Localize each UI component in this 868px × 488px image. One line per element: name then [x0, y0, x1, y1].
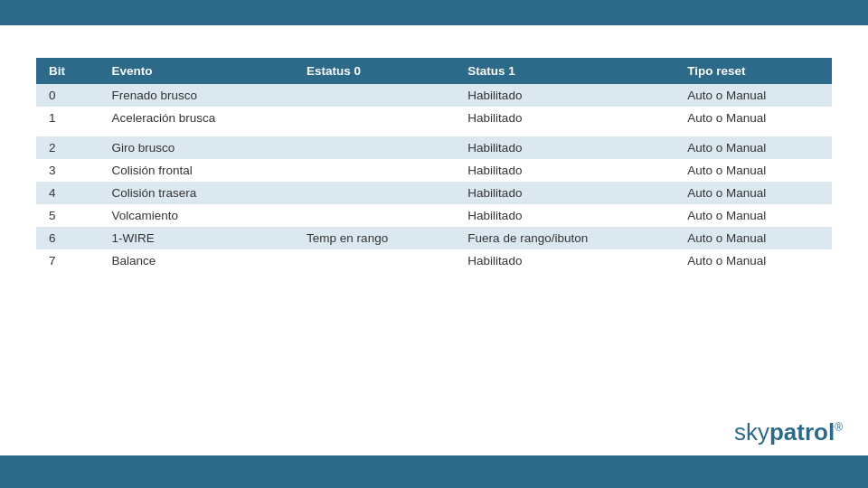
table-cell: Auto o Manual — [675, 204, 832, 227]
table-cell: Colisión frontal — [99, 159, 294, 182]
table-cell: 0 — [36, 84, 99, 107]
table-cell: 2 — [36, 136, 99, 159]
table-cell: Habilitado — [455, 182, 675, 204]
table-cell: Habilitado — [455, 159, 675, 182]
table-cell: Auto o Manual — [675, 84, 832, 107]
table-row: 7BalanceHabilitadoAuto o Manual — [36, 249, 832, 272]
table-cell: Auto o Manual — [675, 136, 832, 159]
table-cell: Balance — [99, 249, 294, 272]
skypatrol-logo: skypatrol® — [734, 418, 843, 446]
table-cell: 1-WIRE — [99, 227, 294, 249]
col-estatus0: Estatus 0 — [294, 58, 455, 84]
table-row: 0Frenado bruscoHabilitadoAuto o Manual — [36, 84, 832, 107]
table-row: 2Giro bruscoHabilitadoAuto o Manual — [36, 136, 832, 159]
table-row: 5VolcamientoHabilitadoAuto o Manual — [36, 204, 832, 227]
logo-reg: ® — [835, 421, 843, 434]
table-cell — [294, 159, 455, 182]
table-cell: Giro brusco — [99, 136, 294, 159]
col-evento: Evento — [99, 58, 294, 84]
table-cell: 4 — [36, 182, 99, 204]
events-table: Bit Evento Estatus 0 Status 1 Tipo reset… — [36, 58, 832, 272]
table-cell: Auto o Manual — [675, 159, 832, 182]
table-cell: Fuera de rango/ibuton — [455, 227, 675, 249]
table-cell: Habilitado — [455, 84, 675, 107]
table-cell: Temp en rango — [294, 227, 455, 249]
table-cell — [294, 136, 455, 159]
table-cell: Colisión trasera — [99, 182, 294, 204]
table-cell: Auto o Manual — [675, 107, 832, 129]
table-cell: 1 — [36, 107, 99, 129]
table-cell: Frenado brusco — [99, 84, 294, 107]
table-header-row: Bit Evento Estatus 0 Status 1 Tipo reset — [36, 58, 832, 84]
main-content: Bit Evento Estatus 0 Status 1 Tipo reset… — [0, 25, 868, 286]
page-header — [0, 0, 868, 25]
table-row: 61-WIRETemp en rangoFuera de rango/ibuto… — [36, 227, 832, 249]
table-cell: Habilitado — [455, 204, 675, 227]
table-cell — [294, 84, 455, 107]
table-cell: 6 — [36, 227, 99, 249]
table-cell: Auto o Manual — [675, 227, 832, 249]
table-cell — [294, 204, 455, 227]
table-cell: Aceleración brusca — [99, 107, 294, 129]
table-cell: 7 — [36, 249, 99, 272]
table-row: 4Colisión traseraHabilitadoAuto o Manual — [36, 182, 832, 204]
table-row: 3Colisión frontalHabilitadoAuto o Manual — [36, 159, 832, 182]
table-cell: Auto o Manual — [675, 182, 832, 204]
table-cell: Habilitado — [455, 249, 675, 272]
table-cell: 5 — [36, 204, 99, 227]
table-cell: Habilitado — [455, 136, 675, 159]
logo-sky: sky — [734, 418, 769, 446]
bottom-bar — [0, 455, 868, 488]
table-cell: Habilitado — [455, 107, 675, 129]
table-cell — [294, 249, 455, 272]
table-row: 1Aceleración bruscaHabilitadoAuto o Manu… — [36, 107, 832, 129]
col-status1: Status 1 — [455, 58, 675, 84]
col-tipo-reset: Tipo reset — [675, 58, 832, 84]
table-cell: Volcamiento — [99, 204, 294, 227]
table-cell: Auto o Manual — [675, 249, 832, 272]
table-cell — [294, 182, 455, 204]
col-bit: Bit — [36, 58, 99, 84]
logo-patrol: patrol — [769, 418, 835, 446]
table-cell — [294, 107, 455, 129]
table-cell: 3 — [36, 159, 99, 182]
